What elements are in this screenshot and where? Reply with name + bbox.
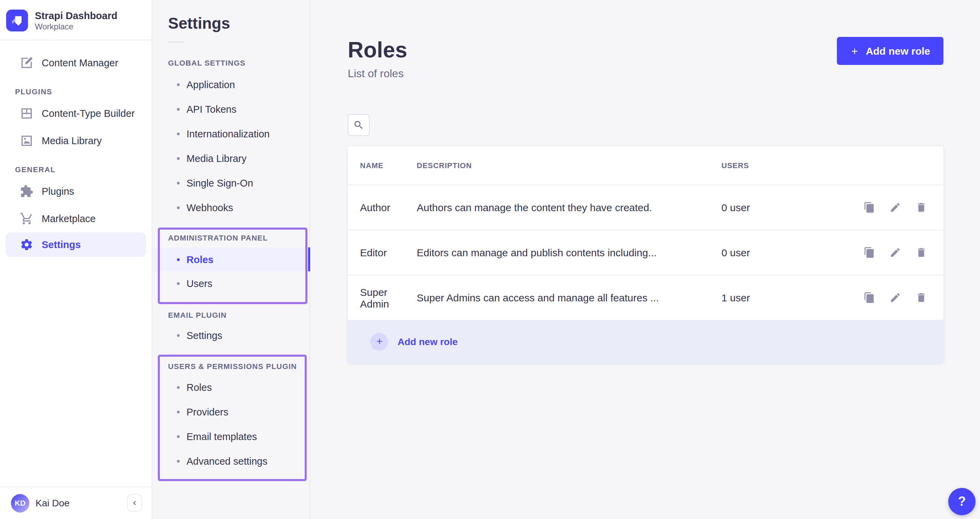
sidebar-item-content-type-builder[interactable]: Content-Type Builder bbox=[5, 100, 146, 127]
section-administration-panel: ADMINISTRATION PANEL bbox=[152, 232, 309, 243]
pencil-icon bbox=[889, 247, 901, 258]
page-title: Roles bbox=[348, 38, 407, 62]
table-row[interactable]: Super Admin Super Admins can access and … bbox=[348, 275, 943, 320]
role-name: Super Admin bbox=[360, 286, 417, 309]
delete-button[interactable] bbox=[915, 202, 927, 213]
pencil-icon bbox=[889, 202, 901, 213]
table-row[interactable]: Editor Editors can manage and publish co… bbox=[348, 229, 943, 275]
sidebar-item-label: Content-Type Builder bbox=[42, 108, 135, 119]
bullet-icon bbox=[177, 182, 180, 185]
plus-icon bbox=[850, 46, 860, 56]
sidebar-item-settings[interactable]: Settings bbox=[5, 232, 146, 257]
sidebar-item-label: Media Library bbox=[42, 135, 102, 146]
sidebar-item-label: Content Manager bbox=[42, 57, 118, 68]
sidebar-item-marketplace[interactable]: Marketplace bbox=[5, 205, 146, 232]
workspace-switcher[interactable]: Strapi Dashboard Workplace bbox=[0, 0, 152, 40]
section-users-permissions-plugin: USERS & PERMISSIONS PLUGIN bbox=[152, 361, 309, 372]
bullet-icon bbox=[177, 334, 180, 337]
role-description: Super Admins can access and manage all f… bbox=[417, 292, 721, 303]
roles-table: NAME DESCRIPTION USERS Author Authors ca… bbox=[348, 146, 943, 363]
edit-button[interactable] bbox=[889, 292, 901, 303]
bullet-icon bbox=[177, 83, 180, 86]
sidebar-item-label: Plugins bbox=[42, 186, 74, 197]
content-manager-icon bbox=[20, 56, 33, 70]
role-name: Editor bbox=[360, 247, 417, 258]
edit-button[interactable] bbox=[889, 202, 901, 213]
subnav-item-internationalization[interactable]: Internationalization bbox=[152, 122, 309, 146]
bullet-icon bbox=[177, 258, 180, 261]
duplicate-button[interactable] bbox=[863, 247, 875, 258]
user-name: Kai Doe bbox=[35, 497, 70, 508]
search-icon bbox=[353, 119, 364, 131]
bullet-icon bbox=[177, 157, 180, 160]
workspace-name: Workplace bbox=[35, 22, 118, 31]
sidebar-item-label: Settings bbox=[42, 239, 81, 250]
table-header-row: NAME DESCRIPTION USERS bbox=[348, 146, 943, 185]
delete-button[interactable] bbox=[915, 292, 927, 303]
subnav-item-api-tokens[interactable]: API Tokens bbox=[152, 97, 309, 122]
bullet-icon bbox=[177, 206, 180, 209]
bullet-icon bbox=[177, 411, 180, 414]
role-description: Authors can manage the content they have… bbox=[417, 202, 721, 213]
table-row[interactable]: Author Authors can manage the content th… bbox=[348, 185, 943, 229]
sidebar-item-content-manager[interactable]: Content Manager bbox=[5, 49, 146, 76]
bullet-icon bbox=[177, 108, 180, 111]
media-library-icon bbox=[20, 134, 33, 148]
duplicate-button[interactable] bbox=[863, 202, 875, 213]
column-header-name: NAME bbox=[360, 161, 417, 169]
divider bbox=[168, 42, 185, 42]
subnav-item-single-sign-on[interactable]: Single Sign-On bbox=[152, 171, 309, 196]
bullet-icon bbox=[177, 386, 180, 389]
sidebar-item-label: Marketplace bbox=[42, 213, 95, 224]
bullet-icon bbox=[177, 282, 180, 285]
sidebar-item-media-library[interactable]: Media Library bbox=[5, 127, 146, 154]
duplicate-icon bbox=[863, 292, 875, 303]
footer-add-label: Add new role bbox=[398, 336, 458, 347]
settings-subnav: Settings GLOBAL SETTINGS Application API… bbox=[152, 0, 310, 519]
plus-icon bbox=[375, 337, 383, 346]
avatar[interactable]: KD bbox=[11, 494, 29, 512]
subnav-item-admin-users[interactable]: Users bbox=[152, 271, 309, 296]
app-title: Strapi Dashboard bbox=[35, 10, 118, 21]
edit-button[interactable] bbox=[889, 247, 901, 258]
main-sidebar: Strapi Dashboard Workplace Content Manag… bbox=[0, 0, 152, 519]
subnav-item-application[interactable]: Application bbox=[152, 72, 309, 97]
page-subtitle: List of roles bbox=[348, 68, 407, 80]
add-role-circle-button[interactable] bbox=[370, 333, 388, 350]
subnav-item-webhooks[interactable]: Webhooks bbox=[152, 196, 309, 220]
sidebar-footer: KD Kai Doe bbox=[0, 486, 152, 519]
subnav-item-up-advanced-settings[interactable]: Advanced settings bbox=[152, 449, 309, 474]
trash-icon bbox=[915, 247, 927, 258]
puzzle-icon bbox=[20, 185, 33, 198]
bullet-icon bbox=[177, 460, 180, 463]
section-email-plugin: EMAIL PLUGIN bbox=[152, 310, 309, 320]
duplicate-icon bbox=[863, 247, 875, 258]
add-new-role-button[interactable]: Add new role bbox=[837, 37, 943, 65]
subnav-item-up-providers[interactable]: Providers bbox=[152, 400, 309, 424]
column-header-users: USERS bbox=[721, 161, 927, 169]
duplicate-button[interactable] bbox=[863, 292, 875, 303]
sidebar-section-plugins: PLUGINS bbox=[0, 88, 146, 96]
bullet-icon bbox=[177, 132, 180, 135]
pencil-icon bbox=[889, 292, 901, 303]
role-users-count: 0 user bbox=[721, 202, 863, 213]
sidebar-section-general: GENERAL bbox=[0, 166, 146, 174]
trash-icon bbox=[915, 292, 927, 303]
subnav-item-up-email-templates[interactable]: Email templates bbox=[152, 424, 309, 449]
subnav-item-media-library[interactable]: Media Library bbox=[152, 146, 309, 171]
subnav-item-admin-roles[interactable]: Roles bbox=[152, 247, 309, 271]
bullet-icon bbox=[177, 435, 180, 438]
subnav-item-email-settings[interactable]: Settings bbox=[152, 323, 309, 348]
subnav-item-up-roles[interactable]: Roles bbox=[152, 375, 309, 400]
help-button[interactable]: ? bbox=[948, 488, 975, 515]
strapi-app: Strapi Dashboard Workplace Content Manag… bbox=[0, 0, 980, 519]
duplicate-icon bbox=[863, 202, 875, 213]
delete-button[interactable] bbox=[915, 247, 927, 258]
search-button[interactable] bbox=[348, 114, 369, 136]
sidebar-item-plugins[interactable]: Plugins bbox=[5, 178, 146, 205]
role-users-count: 1 user bbox=[721, 292, 863, 303]
table-footer-add-row[interactable]: Add new role bbox=[348, 320, 943, 363]
chevron-left-icon bbox=[130, 499, 139, 507]
collapse-sidebar-button[interactable] bbox=[127, 494, 142, 512]
trash-icon bbox=[915, 202, 927, 213]
